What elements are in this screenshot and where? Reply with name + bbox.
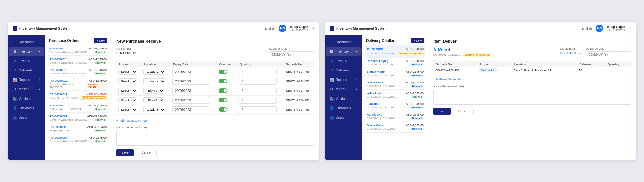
dc-form-actions: Save Cancel [433, 108, 631, 115]
expiry-input-5[interactable] [172, 106, 210, 113]
product-select-2[interactable]: Select [118, 78, 137, 84]
sidebar-label-customers-2: Customers [336, 106, 351, 110]
expiry-input-1[interactable] [172, 69, 210, 75]
sidebar-item-reports-2[interactable]: 📊 Reports ▸ [326, 76, 361, 84]
customers-icon-2: 👤 [330, 106, 334, 111]
location-select-1[interactable]: Location2 [143, 69, 165, 75]
po-item-10[interactable]: PO-00000010 AED-5,734.00 Esther Howard ·… [48, 102, 108, 113]
sidebar-item-dashboard-1[interactable]: ⊞ Dashboard [9, 38, 44, 47]
sidebar-item-inwards-1[interactable]: ↙ Inwards [9, 57, 44, 65]
expiry-input-4[interactable] [172, 97, 210, 104]
expiry-input-3[interactable] [172, 88, 210, 94]
sidebar-item-outwards-2[interactable]: ↗ Outwards [326, 66, 361, 75]
dc-item-isabelle[interactable]: Isabelle Ringing AED-2,345.00 DC-0000015… [365, 58, 425, 68]
dc-item-mal[interactable]: Mal Ajusted AED-2,345.00 DC-0000015 · 18… [365, 111, 425, 122]
sidebar-item-users-1[interactable]: 👥 Users [9, 113, 44, 122]
barcode-text-5: ISB\978-0-123-456 [286, 108, 309, 111]
sidebar-label-dashboard-2: Dashboard [336, 40, 351, 44]
dc-item-fran[interactable]: Fran Tick AED-2,345.00 DC-0000015 · 18/1… [365, 100, 425, 111]
dc-item-stanley[interactable]: Stanley Knife AED-2,345.00 DC-0000013 · … [365, 68, 425, 79]
sidebar-item-master-2[interactable]: ⚙ Master ▸ [326, 85, 361, 94]
condition-toggle-2[interactable] [219, 79, 227, 83]
dc-item-dulcie2[interactable]: Dulcie Veeta AED-2,345.00 DC-0000015 · 1… [365, 122, 425, 133]
qty-input-4[interactable] [239, 97, 277, 104]
dc-amount-isabelle: AED-2,345.00 [406, 60, 424, 63]
dc-product-1: Dell Laptop [479, 68, 497, 72]
location-select-5[interactable]: Location5 [143, 107, 165, 112]
sidebar-item-inwards-2[interactable]: ↙ Inwards [326, 57, 361, 65]
qty-input-5[interactable] [239, 106, 277, 113]
sidebar-item-customers-2[interactable]: 👤 Customers [326, 104, 361, 113]
add-receive-item-link[interactable]: + Add New Receive Item [116, 119, 147, 122]
screen-delivery-challan: Inventory Management System English MG M… [325, 22, 636, 160]
po-item-8[interactable]: PO-00000008 AED-32,124.00 Milap Gajjar ·… [48, 123, 108, 134]
sidebar-item-customers-1[interactable]: 👤 Customers [9, 104, 44, 113]
po-item-9[interactable]: PO-00000009 AED-32,124.00 Cameron Willia… [48, 113, 108, 123]
po-save-button[interactable]: Save [116, 149, 134, 156]
condition-toggle-4[interactable] [219, 98, 227, 102]
po-item-13[interactable]: PO-00000013 AED-2,345.00 Cameron William… [48, 66, 108, 77]
avatar-2: MG [596, 25, 603, 32]
delivered-date-input[interactable] [586, 51, 631, 58]
dc-item-willie[interactable]: Willie Findit AED-2,345.00 DC-0000015 · … [365, 90, 425, 100]
sidebar-item-inventory-1[interactable]: ▤ Inventory ▸ [9, 47, 44, 56]
sidebar-item-dashboard-2[interactable]: ⊞ Dashboard [326, 38, 361, 47]
product-select-5[interactable]: Select [118, 107, 137, 112]
sidebar-item-reports-1[interactable]: 📊 Reports ▸ [9, 76, 44, 84]
dc-item-dulcie1[interactable]: Dulcie Veeta AED-2,345.00 DC-0000013 · 1… [365, 79, 425, 90]
sidebar-item-master-1[interactable]: ⚙ Master ▸ [9, 85, 44, 94]
customers-icon-1: 👤 [13, 106, 17, 111]
po-cancel-button[interactable]: Cancel [136, 149, 157, 156]
dashboard-icon-2: ⊞ [330, 40, 334, 44]
po-item-15[interactable]: PO-00000015 AED-2,345.00 Cameron William… [48, 45, 108, 56]
sidebar-label-vendors-2: Vendors [336, 97, 347, 100]
qty-input-1[interactable] [239, 69, 277, 75]
po-new-button[interactable]: + New [94, 38, 107, 43]
notes-textarea-2[interactable] [433, 89, 631, 105]
location-select-2[interactable]: Location4 [143, 78, 165, 84]
dc-list: A. Mused AED-2,345.00 DC-000001 · 18/10/… [362, 45, 428, 160]
vendors-icon-1: 🏪 [13, 97, 17, 101]
sidebar-item-vendors-1[interactable]: 🏪 Vendors [9, 94, 44, 103]
qty-input-3[interactable] [239, 88, 277, 94]
po-item-11[interactable]: PO-00000011 AED-89,485.00 Grace Ünver · … [48, 91, 108, 102]
barcode-text-4: ISB\978-0-123-456 [286, 99, 309, 102]
delivered-date-group: Delivered Date [586, 47, 631, 58]
master-icon-2: ⚙ [330, 87, 334, 92]
chevron-down-icon-2[interactable]: ▼ [629, 27, 631, 30]
sidebar-item-users-2[interactable]: 👥 Users [326, 113, 361, 122]
dc-number-value: DC-00000015 [560, 51, 580, 55]
app-title-1: Inventory Management System [19, 26, 70, 30]
condition-toggle-3[interactable] [219, 88, 227, 93]
po-panel-title: Purchase Orders [49, 38, 80, 43]
product-select-1[interactable]: Select [118, 69, 137, 75]
sidebar-item-vendors-2[interactable]: 🏪 Vendors [326, 94, 361, 103]
location-select-3[interactable]: - Block 2 [143, 88, 164, 94]
add-deliver-item-link[interactable]: + Add New Deliver Item [433, 78, 463, 81]
received-date-input[interactable] [269, 51, 314, 58]
col-condition: Condition [217, 61, 237, 67]
notes-textarea-1[interactable] [116, 130, 314, 146]
po-item-14[interactable]: PO-00000014 AED-1,645.00 Cameron William… [48, 56, 108, 66]
dc-status-mused: Waiting For Approval [398, 52, 424, 55]
po-number-7: PO-00000007 [50, 136, 67, 139]
chevron-down-icon-1[interactable]: ▼ [312, 27, 314, 30]
dc-new-button[interactable]: + New [411, 38, 424, 43]
product-select-4[interactable]: Select [118, 97, 137, 103]
sidebar-item-inventory-2[interactable]: ▤ Inventory ▸ [326, 47, 361, 56]
dc-item-mused[interactable]: A. Mused AED-2,345.00 DC-000001 · 18/10/… [365, 45, 425, 58]
condition-toggle-1[interactable] [219, 70, 227, 74]
po-amount-7: AED-2,345.00 [89, 136, 107, 139]
condition-toggle-5[interactable] [219, 107, 227, 112]
product-select-3[interactable]: Select [118, 88, 137, 94]
qty-input-2[interactable] [239, 78, 277, 85]
po-item-12[interactable]: PO-00000012 AED-1,645.00 Cameron William… [48, 77, 108, 91]
location-select-4[interactable]: - Block 1 [143, 97, 164, 103]
dc-save-button[interactable]: Save [433, 108, 451, 115]
expiry-input-2[interactable] [172, 78, 210, 85]
sidebar-label-inwards-2: Inwards [336, 59, 347, 63]
sidebar-item-outwards-1[interactable]: ↗ Outwards [9, 66, 44, 75]
po-item-7[interactable]: PO-00000007 AED-2,345.00 Cameron William… [48, 134, 108, 145]
dc-cancel-button[interactable]: Cancel [453, 108, 474, 115]
po-list: PO-00000015 AED-2,345.00 Cameron William… [45, 45, 111, 160]
